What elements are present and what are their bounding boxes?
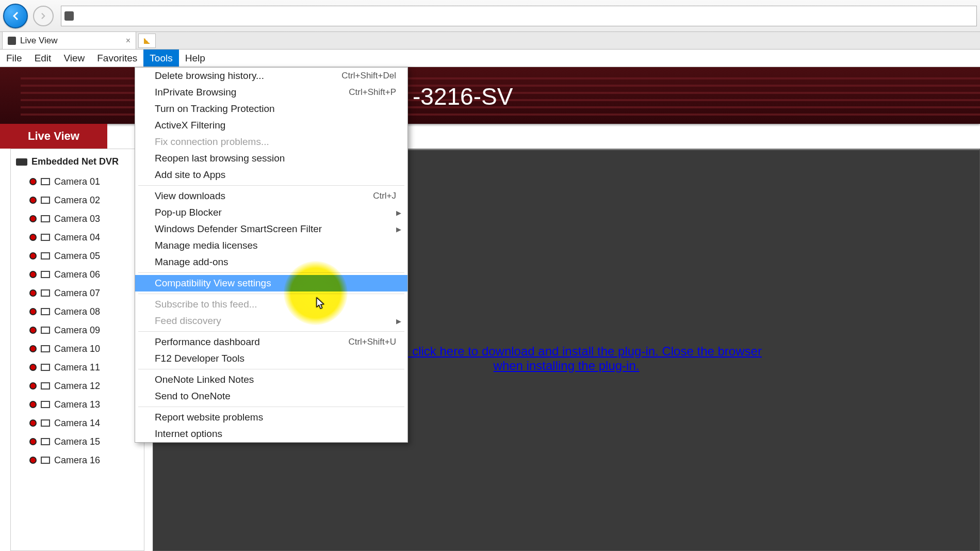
record-dot-icon [29, 382, 37, 390]
camera-icon [41, 419, 50, 427]
menu-item-label: Feed discovery [155, 315, 396, 327]
plugin-download-link[interactable]: Please click here to download and instal… [365, 344, 767, 373]
tab-favicon [8, 37, 16, 45]
menu-item-label: OneNote Linked Notes [155, 374, 396, 385]
camera-label: Camera 13 [54, 399, 100, 410]
menu-edit[interactable]: Edit [28, 50, 58, 67]
menu-item-view-downloads[interactable]: View downloadsCtrl+J [135, 188, 407, 204]
record-dot-icon [29, 345, 37, 352]
menu-item-add-site-to-apps[interactable]: Add site to Apps [135, 167, 407, 183]
menu-item-activex-filtering[interactable]: ActiveX Filtering [135, 117, 407, 134]
browser-tab[interactable]: Live View × [2, 31, 136, 49]
camera-item[interactable]: Camera 14 [29, 414, 139, 432]
record-dot-icon [29, 234, 37, 241]
browser-nav-bar [0, 0, 980, 32]
menu-item-reopen-last-browsing-session[interactable]: Reopen last browsing session [135, 150, 407, 167]
camera-item[interactable]: Camera 12 [29, 377, 139, 395]
camera-label: Camera 11 [54, 362, 100, 373]
menu-separator [138, 407, 404, 407]
arrow-right-icon [39, 11, 48, 21]
tab-strip: Live View × [0, 32, 980, 50]
camera-item[interactable]: Camera 05 [29, 247, 139, 265]
menu-item-delete-browsing-history[interactable]: Delete browsing history...Ctrl+Shift+Del [135, 68, 407, 84]
new-tab-icon [144, 38, 150, 44]
record-dot-icon [29, 438, 37, 445]
camera-item[interactable]: Camera 16 [29, 451, 139, 469]
menu-item-label: Performance dashboard [155, 336, 348, 348]
record-dot-icon [29, 364, 37, 371]
menu-item-report-website-problems[interactable]: Report website problems [135, 409, 407, 426]
camera-item[interactable]: Camera 10 [29, 339, 139, 358]
menu-item-label: Fix connection problems... [155, 136, 396, 148]
camera-item[interactable]: Camera 04 [29, 228, 139, 247]
camera-label: Camera 02 [54, 195, 100, 206]
camera-icon [41, 215, 50, 222]
camera-icon [41, 364, 50, 371]
record-dot-icon [29, 252, 37, 260]
camera-icon [41, 271, 50, 278]
menu-help[interactable]: Help [179, 50, 211, 67]
menu-item-shortcut: Ctrl+Shift+P [349, 87, 396, 98]
camera-item[interactable]: Camera 06 [29, 265, 139, 284]
menu-item-send-to-onenote[interactable]: Send to OneNote [135, 388, 407, 404]
camera-item[interactable]: Camera 01 [29, 172, 139, 191]
menu-item-label: Report website problems [155, 412, 396, 423]
record-dot-icon [29, 327, 37, 334]
camera-list: Camera 01Camera 02Camera 03Camera 04Came… [29, 172, 139, 469]
menu-item-shortcut: Ctrl+J [373, 191, 396, 201]
camera-item[interactable]: Camera 09 [29, 321, 139, 339]
menu-item-onenote-linked-notes[interactable]: OneNote Linked Notes [135, 371, 407, 388]
camera-item[interactable]: Camera 13 [29, 395, 139, 414]
menu-item-label: F12 Developer Tools [155, 353, 396, 364]
menu-bar: File Edit View Favorites Tools Help [0, 50, 980, 67]
camera-label: Camera 09 [54, 325, 100, 336]
forward-button[interactable] [33, 6, 54, 26]
menu-item-shortcut: Ctrl+Shift+Del [341, 71, 396, 81]
camera-item[interactable]: Camera 08 [29, 302, 139, 321]
close-tab-icon[interactable]: × [126, 36, 130, 45]
camera-item[interactable]: Camera 02 [29, 191, 139, 209]
menu-item-label: Send to OneNote [155, 391, 396, 402]
menu-item-label: Compatibility View settings [155, 278, 396, 289]
menu-item-label: Manage add-ons [155, 256, 396, 268]
camera-item[interactable]: Camera 07 [29, 284, 139, 302]
camera-label: Camera 07 [54, 288, 100, 299]
menu-file[interactable]: File [0, 50, 28, 67]
camera-label: Camera 12 [54, 381, 100, 392]
camera-item[interactable]: Camera 11 [29, 358, 139, 377]
menu-separator [138, 272, 404, 273]
menu-item-manage-media-licenses[interactable]: Manage media licenses [135, 237, 407, 254]
menu-item-internet-options[interactable]: Internet options [135, 426, 407, 442]
camera-label: Camera 14 [54, 418, 100, 429]
tree-root[interactable]: Embedded Net DVR [16, 156, 139, 167]
menu-item-f12-developer-tools[interactable]: F12 Developer Tools [135, 350, 407, 367]
menu-item-pop-up-blocker[interactable]: Pop-up Blocker▶ [135, 204, 407, 221]
menu-item-performance-dashboard[interactable]: Performance dashboardCtrl+Shift+U [135, 334, 407, 350]
menu-item-inprivate-browsing[interactable]: InPrivate BrowsingCtrl+Shift+P [135, 84, 407, 101]
camera-item[interactable]: Camera 03 [29, 209, 139, 228]
address-bar[interactable] [61, 6, 977, 26]
record-dot-icon [29, 178, 37, 185]
menu-item-subscribe-to-this-feed: Subscribe to this feed... [135, 296, 407, 313]
menu-item-turn-on-tracking-protection[interactable]: Turn on Tracking Protection [135, 101, 407, 117]
menu-item-compatibility-view-settings[interactable]: Compatibility View settings [135, 275, 407, 291]
camera-icon [41, 289, 50, 297]
menu-favorites[interactable]: Favorites [91, 50, 143, 67]
back-button[interactable] [3, 4, 28, 28]
menu-item-label: Turn on Tracking Protection [155, 103, 396, 115]
menu-item-label: Manage media licenses [155, 240, 396, 251]
tree-root-label: Embedded Net DVR [31, 156, 119, 167]
camera-item[interactable]: Camera 15 [29, 432, 139, 451]
camera-icon [41, 178, 50, 185]
new-tab-button[interactable] [138, 34, 156, 48]
site-icon [64, 11, 74, 21]
menu-separator [138, 369, 404, 369]
record-dot-icon [29, 457, 37, 464]
camera-label: Camera 04 [54, 232, 100, 243]
menu-item-windows-defender-smartscreen-filter[interactable]: Windows Defender SmartScreen Filter▶ [135, 221, 407, 237]
menu-item-manage-add-ons[interactable]: Manage add-ons [135, 254, 407, 270]
tab-live-view[interactable]: Live View [0, 124, 107, 149]
menu-tools[interactable]: Tools [143, 50, 178, 67]
dvr-icon [16, 158, 27, 166]
menu-view[interactable]: View [57, 50, 91, 67]
